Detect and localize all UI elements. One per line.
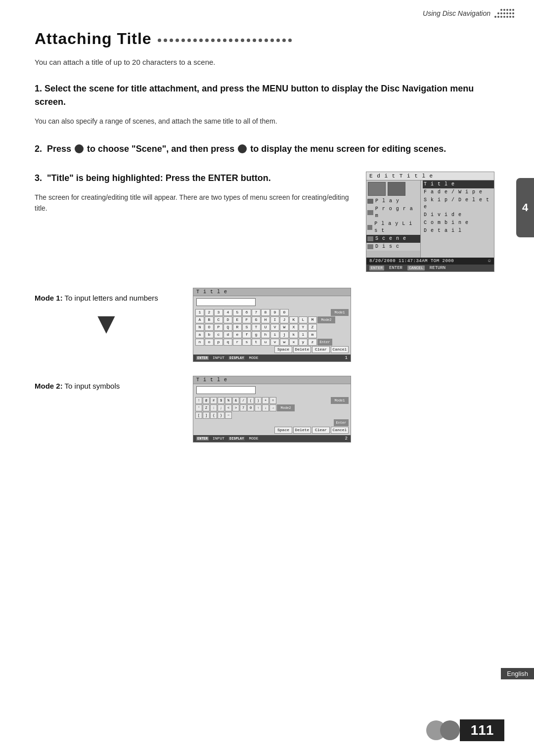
key-1[interactable]: 1: [195, 309, 204, 316]
key-a[interactable]: a: [195, 331, 204, 338]
sym-space[interactable]: Space: [274, 427, 292, 434]
key-z[interactable]: z: [308, 339, 317, 346]
key-N[interactable]: N: [195, 324, 204, 331]
sym-pipe[interactable]: ↓: [262, 404, 269, 411]
key-B[interactable]: B: [205, 316, 214, 323]
key-s[interactable]: s: [242, 339, 251, 346]
key-delete[interactable]: Delete: [293, 346, 311, 353]
key-g[interactable]: g: [252, 331, 261, 338]
key-j[interactable]: j: [280, 331, 289, 338]
key-r[interactable]: r: [233, 339, 242, 346]
key-C[interactable]: C: [214, 316, 223, 323]
key-f[interactable]: f: [242, 331, 251, 338]
sym-gt[interactable]: >: [232, 404, 239, 411]
sym-mode2[interactable]: Mode2: [277, 404, 295, 411]
key-9[interactable]: 9: [270, 309, 279, 316]
key-Z[interactable]: Z: [308, 324, 317, 331]
key-E[interactable]: E: [233, 316, 242, 323]
key-enter[interactable]: Enter: [317, 339, 332, 346]
key-l[interactable]: l: [299, 331, 308, 338]
sym-lbr[interactable]: [: [195, 412, 202, 419]
key-c[interactable]: c: [214, 331, 223, 338]
key-8[interactable]: 8: [261, 309, 270, 316]
key-K[interactable]: K: [289, 316, 298, 323]
sym-0b[interactable]: 0: [247, 404, 254, 411]
sym-tilde[interactable]: ~: [225, 412, 232, 419]
key-clear[interactable]: Clear: [312, 346, 330, 353]
key-mode1[interactable]: Mode1: [331, 309, 349, 316]
sym-dollar[interactable]: $: [218, 397, 224, 404]
key-U[interactable]: U: [261, 324, 270, 331]
sym-at[interactable]: @: [203, 397, 210, 404]
key-W[interactable]: W: [280, 324, 289, 331]
key-w[interactable]: w: [280, 339, 289, 346]
key-4[interactable]: 4: [223, 309, 232, 316]
sym-7b[interactable]: 7: [240, 404, 247, 411]
sym-lparen[interactable]: (: [247, 397, 254, 404]
sym-amp[interactable]: &: [232, 397, 239, 404]
sym-semi[interactable]: ;: [218, 404, 224, 411]
key-q[interactable]: q: [223, 339, 232, 346]
sym-sq[interactable]: ': [195, 404, 202, 411]
key-D[interactable]: D: [223, 316, 232, 323]
sym-bslash[interactable]: →: [269, 404, 276, 411]
key-P[interactable]: P: [214, 324, 223, 331]
key-F[interactable]: F: [242, 316, 251, 323]
sym-percent[interactable]: %: [225, 397, 232, 404]
sym-enter[interactable]: Enter: [334, 419, 349, 426]
key-6[interactable]: 6: [242, 309, 251, 316]
key-I[interactable]: I: [270, 316, 279, 323]
sym-lcurl[interactable]: {: [210, 412, 217, 419]
key-R[interactable]: R: [233, 324, 242, 331]
key-0[interactable]: 0: [280, 309, 289, 316]
key-n[interactable]: n: [195, 339, 204, 346]
key-J[interactable]: J: [280, 316, 289, 323]
key-X[interactable]: X: [289, 324, 298, 331]
sym-clear[interactable]: Clear: [312, 427, 330, 434]
key-h[interactable]: h: [261, 331, 270, 338]
sym-plus[interactable]: +: [262, 397, 269, 404]
key-i[interactable]: i: [270, 331, 279, 338]
key-e[interactable]: e: [233, 331, 242, 338]
sym-delete[interactable]: Delete: [293, 427, 311, 434]
key-d[interactable]: d: [223, 331, 232, 338]
key-L[interactable]: L: [299, 316, 308, 323]
key-b[interactable]: b: [205, 331, 214, 338]
key-u[interactable]: u: [261, 339, 270, 346]
sym-colon[interactable]: :: [210, 404, 217, 411]
key-x[interactable]: x: [289, 339, 298, 346]
sym-rcurl[interactable]: }: [218, 412, 224, 419]
sym-lt[interactable]: <: [225, 404, 232, 411]
key-S[interactable]: S: [242, 324, 251, 331]
key-cancel[interactable]: Cancel: [331, 346, 349, 353]
key-O[interactable]: O: [205, 324, 214, 331]
key-7[interactable]: 7: [252, 309, 261, 316]
sym-rbr[interactable]: ]: [203, 412, 210, 419]
sym-slash[interactable]: /: [240, 397, 247, 404]
key-M[interactable]: M: [308, 316, 317, 323]
key-A[interactable]: A: [195, 316, 204, 323]
sym-hash[interactable]: #: [210, 397, 217, 404]
key-k[interactable]: k: [289, 331, 298, 338]
sym-eq[interactable]: =: [269, 397, 276, 404]
key-mode2[interactable]: Mode2: [317, 316, 335, 323]
key-p[interactable]: p: [214, 339, 223, 346]
sym-mode1[interactable]: Mode1: [331, 397, 349, 404]
key-Q[interactable]: Q: [223, 324, 232, 331]
key-t[interactable]: t: [252, 339, 261, 346]
key-T[interactable]: T: [252, 324, 261, 331]
key-2[interactable]: 2: [205, 309, 214, 316]
sym-cancel[interactable]: Cancel: [331, 427, 349, 434]
key-v[interactable]: v: [270, 339, 279, 346]
key-3[interactable]: 3: [214, 309, 223, 316]
key-5[interactable]: 5: [233, 309, 242, 316]
sym-z2[interactable]: Z: [203, 404, 210, 411]
key-space[interactable]: Space: [274, 346, 292, 353]
sym-tb[interactable]: ↑: [255, 404, 262, 411]
key-G[interactable]: G: [252, 316, 261, 323]
sym-rparen[interactable]: ): [255, 397, 262, 404]
sym-bang[interactable]: !: [195, 397, 202, 404]
key-m[interactable]: m: [308, 331, 317, 338]
key-o[interactable]: o: [205, 339, 214, 346]
key-V[interactable]: V: [270, 324, 279, 331]
